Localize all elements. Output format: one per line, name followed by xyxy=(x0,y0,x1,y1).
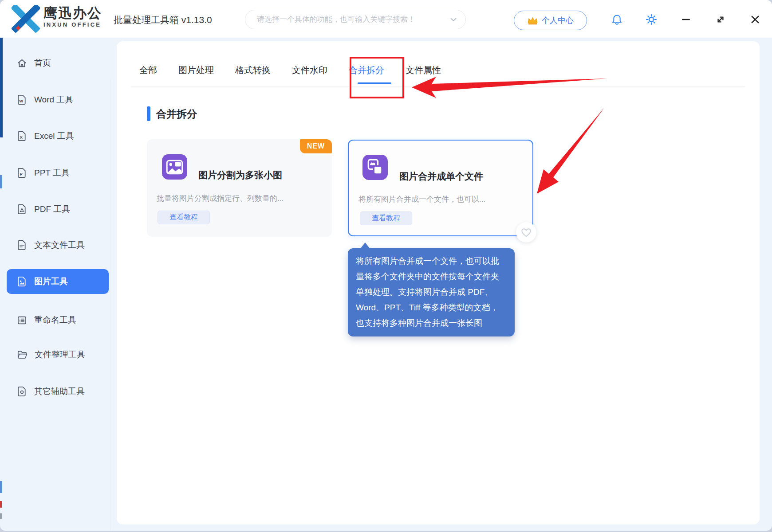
section-title: 合并拆分 xyxy=(156,107,197,121)
sidebar-item-label: 文本文件工具 xyxy=(34,239,85,251)
view-tutorial-button[interactable]: 查看教程 xyxy=(360,211,412,225)
brand-name-cn: 鹰迅办公 xyxy=(43,6,102,20)
brand-text: 鹰迅办公 INXUN OFFICE xyxy=(43,6,102,27)
close-button[interactable] xyxy=(747,12,763,27)
close-icon xyxy=(750,14,760,25)
tool-description-tooltip: 将所有图片合并成一个文件，也可以批量将多个文件夹中的文件按每个文件夹单独处理。支… xyxy=(348,248,515,336)
chevron-down-icon[interactable] xyxy=(450,18,457,22)
tab-file-properties[interactable]: 文件属性 xyxy=(406,64,441,76)
maximize-button[interactable] xyxy=(713,12,729,27)
sidebar-item-word-tools[interactable]: W Word 工具 xyxy=(7,87,109,112)
desktop-edge xyxy=(0,481,2,493)
desktop-edge xyxy=(0,175,2,188)
desktop-edge xyxy=(0,513,2,519)
minimize-icon xyxy=(681,15,691,24)
sidebar-item-pdf-tools[interactable]: PDF 工具 xyxy=(7,197,109,222)
notification-bell-button[interactable] xyxy=(609,12,625,27)
sidebar-item-label: 其它辅助工具 xyxy=(34,386,85,397)
minimize-button[interactable] xyxy=(678,12,694,27)
settings-gear-button[interactable] xyxy=(643,12,659,27)
sidebar-item-label: Excel 工具 xyxy=(34,130,74,142)
settings-gear-icon xyxy=(645,13,658,26)
desktop-edge xyxy=(0,38,3,137)
desktop-edge xyxy=(0,501,2,508)
sidebar-item-text-file-tools[interactable]: 文本文件工具 xyxy=(7,233,109,258)
tab-format-convert[interactable]: 格式转换 xyxy=(235,64,271,76)
sidebar-item-excel-tools[interactable]: X Excel 工具 xyxy=(7,124,109,149)
svg-text:P: P xyxy=(20,172,23,176)
card-title: 图片合并成单个文件 xyxy=(399,170,483,183)
search-input[interactable] xyxy=(256,15,450,24)
app-title: 批量处理工具箱 v1.13.0 xyxy=(114,14,212,26)
favorite-button[interactable] xyxy=(516,222,536,243)
user-center-label: 个人中心 xyxy=(542,15,574,26)
section-accent-bar xyxy=(147,106,150,121)
sidebar-item-file-organize-tools[interactable]: 文件整理工具 xyxy=(7,342,109,367)
tab-all[interactable]: 全部 xyxy=(139,64,157,76)
card-desc: 批量将图片分割成指定行、列数量的... xyxy=(157,193,284,203)
title-bar: 鹰迅办公 INXUN OFFICE 批量处理工具箱 v1.13.0 个人中心 xyxy=(0,0,772,38)
tabs-divider xyxy=(131,86,745,87)
ppt-doc-icon: P xyxy=(17,168,27,178)
card-desc: 将所有图片合并成一个文件，也可以... xyxy=(358,194,485,204)
pdf-doc-icon xyxy=(17,204,27,215)
annotation-red-box xyxy=(350,57,404,98)
notification-bell-icon xyxy=(611,14,623,26)
view-tutorial-button[interactable]: 查看教程 xyxy=(158,211,210,224)
sidebar-item-label: Word 工具 xyxy=(34,94,73,106)
excel-doc-icon: X xyxy=(17,131,27,141)
folder-icon xyxy=(17,350,28,360)
svg-text:W: W xyxy=(19,98,23,103)
sidebar-item-other-tools[interactable]: 其它辅助工具 xyxy=(7,379,109,404)
home-icon xyxy=(17,58,27,68)
sidebar-item-label: PPT 工具 xyxy=(34,167,70,179)
misc-tools-icon xyxy=(17,386,27,397)
sidebar-item-label: 图片工具 xyxy=(34,276,68,287)
sidebar-item-home[interactable]: 首页 xyxy=(7,51,109,75)
brand-logo-icon xyxy=(12,5,40,33)
sidebar-item-ppt-tools[interactable]: P PPT 工具 xyxy=(7,160,109,185)
rename-list-icon xyxy=(17,315,27,325)
card-title: 图片分割为多张小图 xyxy=(198,169,282,181)
sidebar-item-label: 文件整理工具 xyxy=(35,349,85,360)
user-center-button[interactable]: 个人中心 xyxy=(514,11,587,30)
search-box[interactable] xyxy=(245,10,466,29)
svg-text:X: X xyxy=(20,135,23,140)
tab-image-processing[interactable]: 图片处理 xyxy=(178,64,214,76)
sidebar-item-label: 首页 xyxy=(34,57,51,69)
sidebar: 首页 W Word 工具 X Excel 工具 P PPT 工具 xyxy=(0,38,116,531)
sidebar-item-rename-tools[interactable]: 重命名工具 xyxy=(7,308,109,332)
sidebar-item-label: PDF 工具 xyxy=(34,203,70,215)
maximize-icon xyxy=(715,14,726,25)
sidebar-item-label: 重命名工具 xyxy=(34,314,76,326)
word-doc-icon: W xyxy=(17,94,27,105)
new-badge: NEW xyxy=(300,139,332,153)
app-window: 鹰迅办公 INXUN OFFICE 批量处理工具箱 v1.13.0 个人中心 xyxy=(0,0,772,531)
tab-file-watermark[interactable]: 文件水印 xyxy=(292,64,327,76)
sidebar-divider xyxy=(110,79,110,531)
brand-name-en: INXUN OFFICE xyxy=(43,22,102,27)
split-image-tool-icon xyxy=(162,154,187,180)
crown-icon xyxy=(527,16,538,25)
text-file-icon xyxy=(17,240,27,250)
sidebar-item-image-tools[interactable]: 图片工具 xyxy=(7,269,109,294)
merge-image-tool-icon xyxy=(362,155,388,180)
tool-card-merge-image[interactable]: 图片合并成单个文件 将所有图片合并成一个文件，也可以... 查看教程 xyxy=(348,140,533,236)
image-file-icon xyxy=(17,276,27,287)
heart-icon xyxy=(520,227,532,238)
tool-card-split-image[interactable]: NEW 图片分割为多张小图 批量将图片分割成指定行、列数量的... 查看教程 xyxy=(147,139,332,237)
